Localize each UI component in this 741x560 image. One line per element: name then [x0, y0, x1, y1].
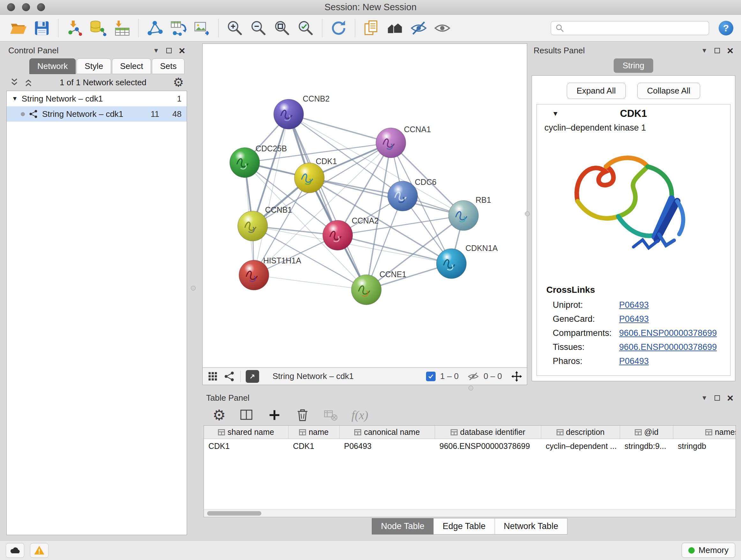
close-panel-icon[interactable]: ×: [179, 45, 185, 56]
splitter-handle[interactable]: [525, 211, 530, 216]
network-node-CDC6[interactable]: [388, 181, 418, 211]
open-in-browser-button[interactable]: [246, 370, 259, 383]
zoom-selected-button[interactable]: [295, 17, 316, 40]
float-panel-icon[interactable]: ▼: [701, 395, 708, 401]
show-columns-icon[interactable]: [239, 408, 254, 422]
table-horizontal-scrollbar[interactable]: [204, 509, 736, 517]
collection-expander-icon[interactable]: ▼: [12, 95, 18, 102]
float-panel-icon[interactable]: ▼: [701, 47, 708, 54]
zoom-in-button[interactable]: [224, 17, 246, 40]
zoom-window-button[interactable]: [37, 3, 45, 11]
delete-column-icon[interactable]: [295, 408, 310, 422]
import-table-button[interactable]: [111, 17, 132, 40]
hidden-eye-slash-icon[interactable]: [468, 371, 479, 382]
network-node-CCNB2[interactable]: [274, 99, 304, 129]
network-canvas[interactable]: CCNB2CCNA1CDC25BCDK1CDC6RB1CCNB1CCNA2CDK…: [202, 44, 527, 368]
column-type-icon: [451, 429, 458, 436]
search-box[interactable]: [551, 21, 709, 35]
tab-style[interactable]: Style: [77, 58, 111, 74]
export-image-button[interactable]: [192, 17, 212, 40]
refresh-button[interactable]: [328, 17, 349, 40]
help-button[interactable]: ?: [719, 21, 733, 36]
warning-button[interactable]: [30, 543, 49, 558]
zoom-fit-button[interactable]: [272, 17, 293, 40]
column-header-namespace[interactable]: namespace: [673, 426, 736, 439]
memory-button[interactable]: Memory: [682, 543, 735, 558]
network-node-CDK1[interactable]: [294, 163, 324, 193]
splitter-handle[interactable]: [191, 286, 196, 291]
maximize-panel-icon[interactable]: [715, 395, 720, 401]
column-header-canonical-name[interactable]: canonical name: [340, 426, 435, 439]
network-edge[interactable]: [254, 114, 289, 275]
crosslink-tissues-link[interactable]: 9606.ENSP00000378699: [619, 342, 730, 352]
zoom-out-button[interactable]: [248, 17, 269, 40]
gene-section-header[interactable]: ▼ CDK1: [537, 105, 730, 123]
collapse-all-icon[interactable]: [10, 78, 19, 87]
splitter-handle[interactable]: [468, 386, 473, 390]
minimize-window-button[interactable]: [22, 3, 30, 11]
collapse-all-button[interactable]: Collapse All: [637, 83, 700, 99]
new-network-button[interactable]: [144, 17, 165, 40]
network-node-CCNA1[interactable]: [376, 128, 406, 158]
import-network-database-button[interactable]: [88, 17, 109, 40]
maximize-panel-icon[interactable]: [715, 48, 720, 53]
copy-document-button[interactable]: [361, 17, 382, 40]
table-row[interactable]: CDK1CDK1P064939606.ENSP00000378699cyclin…: [204, 439, 736, 453]
column-header-name[interactable]: name: [288, 426, 340, 439]
crosslink-uniprot-link[interactable]: P06493: [619, 300, 730, 310]
expand-all-icon[interactable]: [23, 78, 33, 87]
network-node-CDC25B[interactable]: [230, 147, 260, 178]
open-session-button[interactable]: [8, 17, 29, 40]
tab-sets[interactable]: Sets: [152, 58, 185, 74]
table-settings-gear-icon[interactable]: ⚙: [212, 408, 226, 422]
tab-node-table[interactable]: Node Table: [372, 518, 434, 535]
move-tool-icon[interactable]: [511, 371, 522, 382]
selected-checkbox-icon[interactable]: [426, 372, 435, 381]
tab-string[interactable]: String: [614, 58, 653, 73]
network-node-RB1[interactable]: [448, 200, 478, 231]
search-input[interactable]: [567, 23, 705, 33]
tab-select[interactable]: Select: [112, 58, 151, 74]
column-header-description[interactable]: description: [541, 426, 620, 439]
network-row[interactable]: String Network – cdk1 11 48: [7, 106, 187, 122]
network-edge[interactable]: [309, 178, 463, 215]
show-all-button[interactable]: [432, 17, 453, 40]
column-header-database-identifier[interactable]: database identifier: [435, 426, 541, 439]
crosslink-compartments-link[interactable]: 9606.ENSP00000378699: [619, 328, 730, 338]
section-expander-icon[interactable]: ▼: [552, 110, 559, 118]
network-from-table-button[interactable]: [168, 17, 189, 40]
crosslink-genecard-link[interactable]: P06493: [619, 314, 730, 324]
column-header-shared-name[interactable]: shared name: [204, 426, 288, 439]
tab-network[interactable]: Network: [29, 58, 76, 74]
float-panel-icon[interactable]: ▼: [153, 47, 159, 54]
network-node-CCNA2[interactable]: [323, 220, 353, 250]
node-table: shared namenamecanonical namedatabase id…: [204, 425, 736, 517]
network-graph[interactable]: CCNB2CCNA1CDC25BCDK1CDC6RB1CCNB1CCNA2CDK…: [203, 44, 527, 368]
maximize-panel-icon[interactable]: [166, 48, 172, 53]
tab-network-table[interactable]: Network Table: [495, 518, 568, 535]
expand-all-button[interactable]: Expand All: [567, 83, 626, 99]
string-style-icon[interactable]: [224, 371, 235, 382]
hide-selected-button[interactable]: [408, 17, 429, 40]
network-collection-row[interactable]: ▼ String Network – cdk1 1: [7, 91, 187, 106]
network-edge[interactable]: [288, 114, 391, 143]
close-panel-icon[interactable]: ×: [727, 392, 733, 403]
close-window-button[interactable]: [7, 3, 15, 11]
scrollbar-thumb[interactable]: [207, 511, 261, 516]
column-header-@id[interactable]: @id: [620, 426, 673, 439]
network-edge[interactable]: [254, 275, 366, 290]
save-session-button[interactable]: [31, 17, 52, 40]
home-button[interactable]: [385, 17, 406, 40]
grid-view-icon[interactable]: [207, 371, 219, 382]
cloud-button[interactable]: [6, 543, 24, 558]
import-network-file-button[interactable]: [64, 17, 85, 40]
tab-edge-table[interactable]: Edge Table: [433, 518, 495, 535]
column-type-icon: [705, 429, 712, 436]
add-column-icon[interactable]: [267, 408, 282, 422]
network-node-CCNE1[interactable]: [351, 275, 381, 305]
crosslink-pharos-link[interactable]: P06493: [619, 356, 730, 366]
gear-icon[interactable]: ⚙: [173, 76, 184, 88]
close-panel-icon[interactable]: ×: [727, 45, 733, 56]
network-node-CDKN1A[interactable]: [436, 249, 467, 279]
network-node-CCNB1[interactable]: [238, 211, 268, 241]
